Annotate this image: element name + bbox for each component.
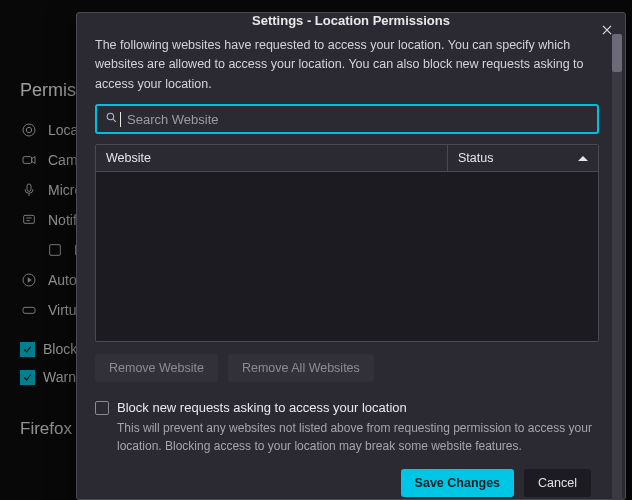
col-status[interactable]: Status [448, 145, 598, 171]
dialog-header: Settings - Location Permissions [77, 13, 625, 28]
scrollbar-track[interactable] [612, 34, 622, 500]
search-field[interactable] [95, 104, 599, 134]
search-icon [105, 111, 118, 127]
cancel-button[interactable]: Cancel [524, 469, 591, 497]
block-new-requests-label: Block new requests asking to access your… [117, 400, 407, 415]
dialog-footer: Save Changes Cancel [95, 469, 607, 497]
table-body-empty [96, 172, 598, 341]
dialog-title: Settings - Location Permissions [252, 13, 450, 28]
remove-website-button[interactable]: Remove Website [95, 354, 218, 382]
location-permissions-dialog: Settings - Location Permissions The foll… [76, 12, 626, 500]
websites-table: Website Status [95, 144, 599, 342]
block-new-requests-row[interactable]: Block new requests asking to access your… [95, 400, 599, 415]
search-input[interactable] [127, 112, 589, 127]
dialog-description: The following websites have requested to… [95, 36, 599, 94]
block-new-requests-description: This will prevent any websites not liste… [117, 419, 599, 455]
sort-ascending-icon [578, 151, 588, 161]
dialog-body: The following websites have requested to… [77, 28, 625, 500]
svg-point-8 [107, 113, 114, 120]
save-changes-button[interactable]: Save Changes [401, 469, 514, 497]
remove-buttons-row: Remove Website Remove All Websites [95, 354, 599, 382]
col-status-label: Status [458, 151, 493, 165]
table-header: Website Status [96, 145, 598, 172]
col-website-label: Website [106, 151, 151, 165]
col-website[interactable]: Website [96, 145, 448, 171]
remove-all-websites-button[interactable]: Remove All Websites [228, 354, 374, 382]
text-caret [120, 112, 121, 127]
block-new-requests-checkbox[interactable] [95, 401, 109, 415]
scrollbar-thumb[interactable] [612, 34, 622, 72]
